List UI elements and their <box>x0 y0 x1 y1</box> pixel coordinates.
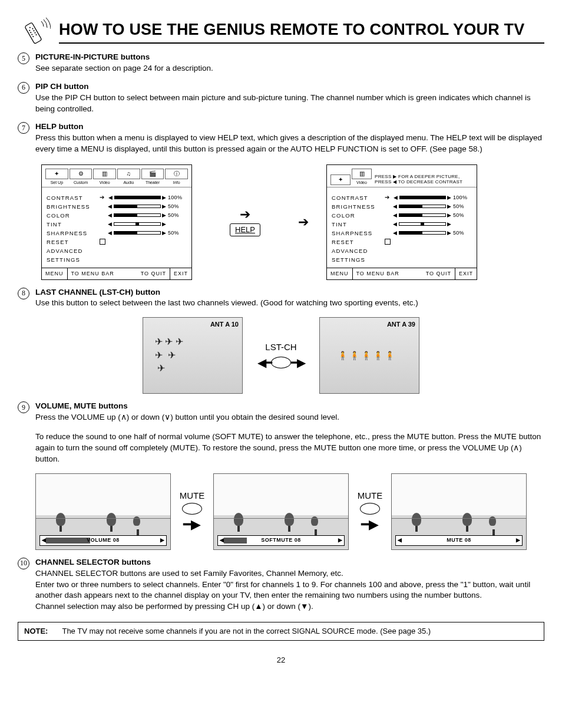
menu-row-label: COLOR <box>332 212 385 219</box>
menu-box-left: ✦Set Up ⚙Custom ▥Video ♫Audio 🎬Theater ⓘ… <box>41 164 192 279</box>
arrow-left-icon: ◀━ <box>257 354 271 371</box>
menu-row-label: TINT <box>47 220 100 228</box>
menu-row-label: SETTINGS <box>47 256 100 263</box>
tv-left-label: ANT A 10 <box>210 320 239 329</box>
footer-menu: MENU <box>42 268 67 279</box>
help-diagram: ✦Set Up ⚙Custom ▥Video ♫Audio 🎬Theater ⓘ… <box>41 164 544 279</box>
vol-label-3: MUTE 08 <box>404 536 514 544</box>
section-10-text3: Channel selection may also be performed … <box>35 602 313 611</box>
arrow-right-icon-2: ➔ <box>298 216 309 229</box>
tv-image-right: ANT A 39 <box>319 317 419 394</box>
menu-row: SHARPNESS◀▶50% <box>332 229 472 238</box>
section-7-title: HELP button <box>35 122 84 131</box>
footer-menubar-2: TO MENU BAR <box>352 268 403 279</box>
section-8-text: Use this button to select between the la… <box>35 298 418 307</box>
checkbox-icon <box>385 239 391 245</box>
slider-value: 50% <box>452 212 472 219</box>
vol-label-1: VOLUME 08 <box>48 536 158 544</box>
landscape-1: ◀VOLUME 08▶ <box>35 473 171 550</box>
section-8-title: LAST CHANNEL (LST-CH) button <box>35 288 160 297</box>
mute-label-1: MUTE <box>180 489 205 502</box>
note-text: The TV may not receive some channels if … <box>62 626 431 637</box>
footer-quit-2: TO QUIT <box>422 268 455 279</box>
menu-row: TINT◀▶ <box>47 220 187 229</box>
section-6-text: Use the PIP CH button to select between … <box>35 93 531 113</box>
section-10-text2: Enter two or three numbers to select cha… <box>35 580 530 600</box>
triangle-right-icon: ▶ <box>162 213 167 218</box>
svg-rect-0 <box>25 22 42 44</box>
menu-row: CONTRAST➔◀▶100% <box>47 193 187 202</box>
section-10-text: CHANNEL SELECTOR buttons are used to set… <box>35 569 343 578</box>
bullet-8: 8 <box>18 288 29 299</box>
section-7: 7 HELP button Press this button when a m… <box>18 121 544 155</box>
vol-right-icon-2: ▶ <box>336 536 345 544</box>
slider-bar <box>114 231 161 235</box>
arrow-right-icon-5: ━▶ <box>361 516 379 534</box>
help-button[interactable]: HELP <box>230 223 260 236</box>
menu-row-label: SHARPNESS <box>332 229 385 237</box>
section-6: 6 PIP CH button Use the PIP CH button to… <box>18 81 544 115</box>
arrow-right-icon: ➔ <box>100 193 105 202</box>
menu-row-label: BRIGHTNESS <box>47 203 100 210</box>
mute-button-2[interactable] <box>360 503 380 515</box>
triangle-right-icon: ▶ <box>447 204 452 209</box>
slider-bar <box>114 222 161 226</box>
landscape-2: ◀SOFTMUTE 08▶ <box>213 473 349 550</box>
bullet-6: 6 <box>18 82 29 94</box>
slider: ◀▶ <box>393 204 452 209</box>
triangle-left-icon: ◀ <box>393 230 398 236</box>
tv-image-left: ANT A 10 <box>143 317 243 394</box>
slider-value: 100% <box>167 194 187 202</box>
slider-bar <box>399 231 446 235</box>
footer-quit: TO QUIT <box>137 268 170 279</box>
bullet-10: 10 <box>18 558 29 569</box>
slider: ◀▶ <box>108 204 167 209</box>
bullet-9: 9 <box>18 401 29 413</box>
mute-button-1[interactable] <box>182 503 202 515</box>
arrow-right-icon: ➔ <box>385 193 390 202</box>
triangle-right-icon: ▶ <box>447 222 452 227</box>
slider-bar <box>399 222 446 226</box>
triangle-left-icon: ◀ <box>108 213 113 218</box>
menu-box-right: ✦ ▥Video PRESS ▶ FOR A DEEPER PICTURE, P… <box>326 164 477 279</box>
slider-bar <box>399 205 446 208</box>
section-9-text: Press the VOLUME up (∧) or down (∨) butt… <box>35 413 339 421</box>
triangle-left-icon: ◀ <box>394 195 398 200</box>
lst-ch-label: LST-CH <box>265 341 296 353</box>
slider: ◀▶ <box>108 230 167 236</box>
section-5-text: See separate section on page 24 for a de… <box>35 64 213 73</box>
menu-row-label: BRIGHTNESS <box>332 203 385 210</box>
note-label: NOTE: <box>24 626 48 637</box>
menu-row-label: TINT <box>332 220 385 228</box>
triangle-right-icon: ▶ <box>162 204 167 209</box>
triangle-right-icon: ▶ <box>447 230 452 236</box>
slider-value: 50% <box>452 203 472 210</box>
page-header: HOW TO USE THE GENIUS REMOTE TO CONTROL … <box>18 18 544 45</box>
section-9-text2: To reduce the sound to one half of norma… <box>35 432 541 463</box>
menu-row-label: COLOR <box>47 212 100 219</box>
section-9: 9 VOLUME, MUTE buttons Press the VOLUME … <box>18 401 544 465</box>
triangle-right-icon: ▶ <box>162 222 167 227</box>
slider-bar <box>399 213 446 217</box>
slider: ◀▶ <box>108 222 167 227</box>
vol-right-icon: ▶ <box>158 536 167 544</box>
section-7-text: Press this button when a menu is display… <box>35 133 542 153</box>
slider-value: 50% <box>167 212 187 219</box>
slider: ◀▶ <box>108 195 167 200</box>
lst-ch-button[interactable] <box>271 357 291 368</box>
menu-row-label: RESET <box>47 238 100 246</box>
bullet-5: 5 <box>18 52 29 64</box>
slider-bar <box>114 213 161 217</box>
vol-right-icon-3: ▶ <box>514 536 523 544</box>
triangle-right-icon: ▶ <box>447 195 452 200</box>
vol-left-icon-3: ◀ <box>396 536 404 544</box>
section-5-title: PICTURE-IN-PICTURE buttons <box>35 52 150 61</box>
mute-diagram: ◀VOLUME 08▶ MUTE ━▶ ◀SOFTMUTE 08▶ MUTE ━… <box>35 473 544 550</box>
triangle-left-icon: ◀ <box>108 195 113 200</box>
triangle-right-icon: ▶ <box>162 230 167 236</box>
slider: ◀▶ <box>393 230 452 236</box>
slider-bar <box>114 205 161 208</box>
slider-value: 50% <box>452 229 472 237</box>
slider: ◀▶ <box>108 213 167 218</box>
landscape-3: ◀MUTE 08▶ <box>391 473 527 550</box>
